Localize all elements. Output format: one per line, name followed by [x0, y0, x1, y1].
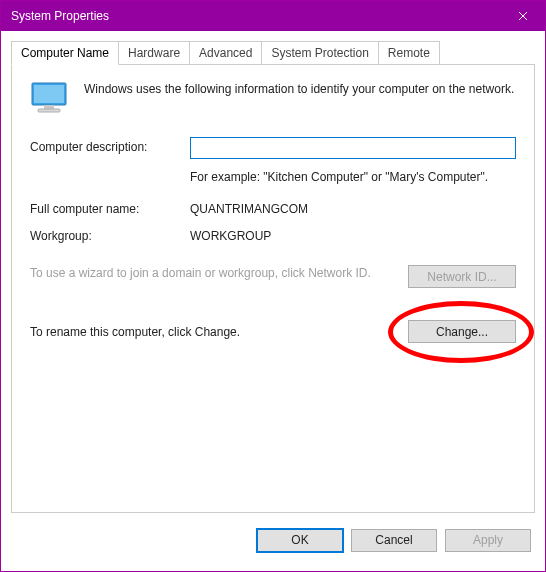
workgroup-label: Workgroup: — [30, 226, 190, 243]
intro-section: Windows uses the following information t… — [30, 81, 516, 117]
titlebar: System Properties — [1, 1, 545, 31]
tab-system-protection[interactable]: System Protection — [262, 41, 378, 64]
intro-text: Windows uses the following information t… — [84, 81, 516, 117]
computer-icon — [30, 81, 70, 117]
description-input[interactable] — [190, 137, 516, 159]
tab-hardware[interactable]: Hardware — [119, 41, 190, 64]
apply-button: Apply — [445, 529, 531, 552]
svg-rect-2 — [44, 105, 54, 109]
network-id-button: Network ID... — [408, 265, 516, 288]
fullname-value: QUANTRIMANGCOM — [190, 199, 516, 216]
tab-advanced[interactable]: Advanced — [190, 41, 262, 64]
wizard-section: To use a wizard to join a domain or work… — [30, 265, 516, 288]
svg-rect-1 — [34, 85, 64, 103]
row-workgroup: Workgroup: WORKGROUP — [30, 226, 516, 243]
row-fullname: Full computer name: QUANTRIMANGCOM — [30, 199, 516, 216]
rename-section: To rename this computer, click Change. C… — [30, 320, 516, 343]
workgroup-value: WORKGROUP — [190, 226, 516, 243]
tab-strip: Computer Name Hardware Advanced System P… — [11, 41, 535, 65]
change-button[interactable]: Change... — [408, 320, 516, 343]
description-example: For example: "Kitchen Computer" or "Mary… — [190, 169, 516, 185]
fullname-label: Full computer name: — [30, 199, 190, 216]
tab-panel: Windows uses the following information t… — [11, 65, 535, 513]
tab-computer-name[interactable]: Computer Name — [11, 41, 119, 65]
description-label: Computer description: — [30, 137, 190, 154]
wizard-text: To use a wizard to join a domain or work… — [30, 265, 396, 281]
content-area: Computer Name Hardware Advanced System P… — [1, 31, 545, 523]
window-title: System Properties — [11, 9, 500, 23]
close-button[interactable] — [500, 1, 545, 31]
dialog-footer: OK Cancel Apply — [1, 523, 545, 571]
row-description: Computer description: — [30, 137, 516, 159]
ok-button[interactable]: OK — [257, 529, 343, 552]
close-icon — [518, 11, 528, 21]
svg-rect-3 — [38, 109, 60, 112]
rename-text: To rename this computer, click Change. — [30, 325, 396, 339]
system-properties-window: System Properties Computer Name Hardware… — [0, 0, 546, 572]
cancel-button[interactable]: Cancel — [351, 529, 437, 552]
tab-remote[interactable]: Remote — [379, 41, 440, 64]
